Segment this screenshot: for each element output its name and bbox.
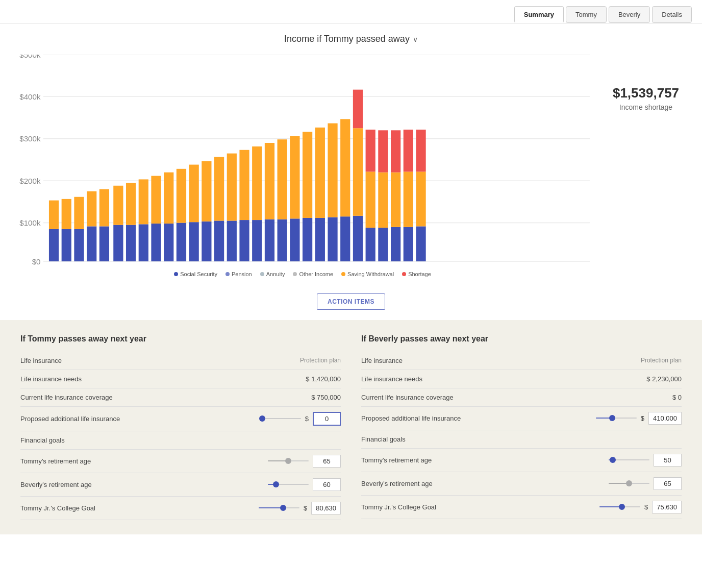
beverly-tommy-retirement-value[interactable]: 50 [654,454,682,467]
svg-rect-38 [214,220,224,261]
chart-area: $500k $400k $300k $200k $100k $0 [15,55,590,277]
tommy-current-coverage-row: Current life insurance coverage $ 750,00… [20,388,341,407]
svg-rect-23 [113,186,123,225]
tommy-college-goal-track[interactable] [259,507,299,508]
beverly-college-goal-track[interactable] [599,506,640,507]
tommy-life-insurance-section-label: Life insurance [20,357,290,364]
legend-pension: Pension [225,271,252,277]
bottom-section: If Tommy passes away next year Life insu… [0,320,702,534]
svg-rect-14 [62,229,71,261]
tab-summary[interactable]: Summary [514,6,564,23]
tommy-beverly-retirement-thumb[interactable] [273,481,279,487]
svg-rect-76 [416,172,425,226]
action-items-button[interactable]: ACTION ITEMS [317,293,385,310]
beverly-college-goal-thumb[interactable] [619,504,625,510]
tommy-life-insurance-needs-value: $ 1,420,000 [290,375,341,383]
svg-rect-50 [290,218,299,261]
tommy-tommy-retirement-slider-container: 65 [239,455,341,468]
beverly-beverly-retirement-track[interactable] [609,483,649,484]
tommy-tommy-retirement-label: Tommy's retirement age [20,457,239,465]
svg-rect-26 [139,224,148,261]
svg-rect-56 [328,217,337,262]
tommy-beverly-retirement-track[interactable] [268,484,309,485]
beverly-beverly-retirement-thumb[interactable] [626,480,632,486]
tab-beverly[interactable]: Beverly [609,6,650,23]
svg-rect-15 [62,199,71,229]
tommy-current-coverage-value: $ 750,000 [290,394,341,401]
legend-shortage-label: Shortage [408,271,431,277]
svg-text:$300k: $300k [19,134,41,143]
svg-rect-32 [177,223,186,262]
tommy-proposed-insurance-label: Proposed additional life insurance [20,415,239,423]
tommy-tommy-retirement-thumb[interactable] [285,458,291,464]
legend-saving-withdrawal: Saving Withdrawal [341,271,394,277]
svg-rect-21 [99,189,109,227]
beverly-tommy-retirement-thumb[interactable] [610,457,616,463]
beverly-current-coverage-label: Current life insurance coverage [361,394,631,401]
tommy-college-goal-value[interactable]: 80,630 [311,502,341,514]
svg-rect-66 [378,228,388,261]
shortage-label: Income shortage [605,103,687,111]
svg-rect-61 [353,128,363,216]
tommy-tommy-retirement-track[interactable] [268,460,309,461]
svg-rect-28 [151,224,161,261]
shortage-amount: $1,539,757 [605,85,687,101]
legend-other-income: Other Income [293,271,333,277]
tommy-scenario-panel: If Tommy passes away next year Life insu… [20,334,341,520]
svg-rect-67 [378,173,388,228]
beverly-proposed-slider-thumb[interactable] [609,415,615,421]
svg-text:$500k: $500k [19,55,41,59]
tommy-proposed-value-input[interactable]: 0 [313,412,341,426]
svg-rect-59 [340,119,350,216]
beverly-beverly-retirement-row: Beverly's retirement age 65 [361,472,682,496]
beverly-life-insurance-needs-label: Life insurance needs [361,375,631,383]
tommy-college-goal-thumb[interactable] [280,505,286,511]
tommy-current-coverage-label: Current life insurance coverage [20,394,290,401]
tab-tommy[interactable]: Tommy [566,6,607,23]
svg-rect-30 [164,224,173,261]
svg-rect-12 [49,229,59,261]
beverly-proposed-insurance-label: Proposed additional life insurance [361,414,580,422]
svg-rect-18 [87,226,96,261]
chart-container: $500k $400k $300k $200k $100k $0 [15,55,687,277]
tab-details[interactable]: Details [652,6,692,23]
tommy-tommy-retirement-row: Tommy's retirement age 65 [20,450,341,473]
beverly-tommy-retirement-row: Tommy's retirement age 50 [361,449,682,472]
tommy-college-goal-row: Tommy Jr.'s College Goal $ 80,630 [20,497,341,520]
svg-rect-34 [189,222,199,261]
svg-rect-31 [164,173,173,224]
svg-rect-55 [315,128,325,218]
svg-rect-73 [404,172,413,227]
tommy-beverly-retirement-value[interactable]: 60 [313,478,341,491]
tommy-college-goal-fill [259,507,283,508]
beverly-current-coverage-row: Current life insurance coverage $ 0 [361,388,682,407]
chart-title[interactable]: Income if Tommy passed away ∨ [284,34,418,44]
beverly-financial-goals-header-row: Financial goals [361,430,682,449]
chart-section: Income if Tommy passed away ∨ $500k $400… [0,23,702,285]
svg-rect-37 [202,161,211,222]
svg-text:$200k: $200k [19,177,41,185]
social-security-dot [174,272,178,276]
tommy-proposed-slider-container: $ 0 [239,412,341,426]
tommy-life-insurance-header-row: Life insurance Protection plan [20,352,341,370]
tommy-proposed-slider-track[interactable] [260,418,301,419]
svg-rect-53 [303,132,312,218]
legend-shortage: Shortage [402,271,431,277]
beverly-tommy-retirement-track[interactable] [609,459,649,460]
svg-text:$0: $0 [32,257,41,265]
tommy-financial-goals-label: Financial goals [20,436,341,444]
svg-rect-51 [290,136,299,218]
svg-rect-39 [214,157,224,220]
beverly-college-goal-row: Tommy Jr.'s College Goal $ 75,630 [361,496,682,519]
svg-rect-64 [366,172,375,228]
svg-rect-68 [378,130,388,172]
beverly-beverly-retirement-value[interactable]: 65 [654,477,682,490]
svg-rect-20 [99,226,109,261]
svg-rect-71 [391,130,400,172]
beverly-proposed-slider-track[interactable] [596,418,637,419]
beverly-college-goal-value[interactable]: 75,630 [652,501,682,513]
tommy-tommy-retirement-value[interactable]: 65 [313,455,341,468]
tommy-proposed-slider-thumb[interactable] [259,415,265,422]
svg-rect-57 [328,124,337,217]
beverly-proposed-value-input[interactable]: 410,000 [648,412,682,425]
